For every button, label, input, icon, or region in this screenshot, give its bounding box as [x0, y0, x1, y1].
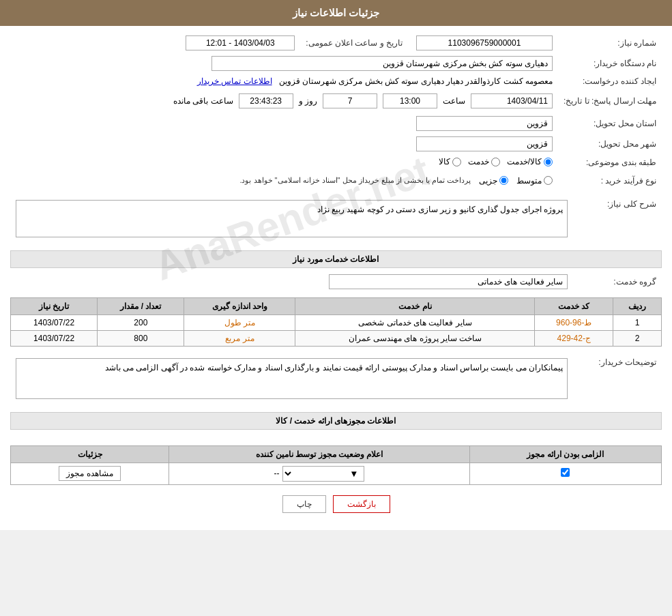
creator-link[interactable]: اطلاعات تماس خریدار: [197, 76, 272, 86]
page-header: جزئیات اطلاعات نیاز: [0, 0, 672, 26]
license-col-details: جزئیات: [11, 445, 169, 463]
cell-name: ساخت سایر پروژه های مهندسی عمران: [295, 330, 535, 346]
print-button[interactable]: چاپ: [282, 495, 326, 513]
need-number-label: شماره نیاز:: [558, 33, 662, 53]
deadline-date-value: 1403/04/11: [471, 93, 553, 108]
need-number-value: 1103096759000001: [416, 35, 553, 50]
cell-unit: متر مربع: [184, 330, 295, 346]
buyer-notes-box: پیمانکاران می بایست براساس اسناد و مدارک…: [16, 358, 568, 399]
cell-name: سایر فعالیت های خدماتی شخصی: [295, 314, 535, 330]
category-kala-khadamat-label: کالا/خدمت: [507, 157, 542, 166]
general-desc-value: پروژه اجرای جدول گذاری کانیو و زیر سازی …: [317, 205, 563, 214]
cell-row: 2: [613, 330, 662, 346]
general-desc-label: شرح کلی نیاز:: [573, 194, 662, 244]
page-title: جزئیات اطلاعات نیاز: [293, 7, 379, 18]
license-section-title: اطلاعات مجوزهای ارائه خدمت / کالا: [10, 412, 662, 430]
cell-unit: متر طول: [184, 314, 295, 330]
table-row: 1 ط-96-960 سایر فعالیت های خدماتی شخصی م…: [11, 314, 662, 330]
cell-quantity: 200: [98, 314, 184, 330]
service-group-label: گروه خدمت:: [573, 272, 662, 292]
category-radio-group: کالا/خدمت خدمت کالا: [439, 157, 553, 166]
buyer-org-value: دهیاری سوته کش بخش مرکزی شهرستان قزوین: [211, 56, 553, 71]
basic-info-table: شماره نیاز: 1103096759000001 تاریخ و ساع…: [10, 33, 662, 190]
buyer-notes-value: پیمانکاران می بایست براساس اسناد و مدارک…: [105, 363, 563, 372]
general-desc-box: AnaRender.net پروژه اجرای جدول گذاری کان…: [16, 200, 568, 237]
category-khadamat-label: خدمت: [468, 157, 489, 166]
category-khadamat-radio[interactable]: [491, 158, 500, 166]
deadline-time-label: ساعت: [443, 96, 465, 106]
back-button[interactable]: بازگشت: [333, 495, 390, 513]
process-label: نوع فرآیند خرید :: [558, 171, 662, 190]
table-row: 2 ج-42-429 ساخت سایر پروژه های مهندسی عم…: [11, 330, 662, 346]
province-label: استان محل تحویل:: [558, 113, 662, 134]
category-khadamat-option[interactable]: خدمت: [468, 157, 500, 166]
license-view-button[interactable]: مشاهده مجوز: [59, 466, 120, 481]
deadline-remaining-value: 23:43:23: [239, 93, 293, 108]
col-date: تاریخ نیاز: [11, 297, 98, 314]
process-jozi-radio[interactable]: [499, 176, 508, 185]
process-jozi-option[interactable]: جزیی: [479, 176, 508, 186]
buyer-org-label: نام دستگاه خریدار:: [558, 53, 662, 74]
service-group-table: گروه خدمت: سایر فعالیت های خدماتی: [10, 272, 662, 292]
license-col-required: الزامی بودن ارائه مجوز: [469, 445, 661, 463]
deadline-time-value: 13:00: [383, 93, 437, 108]
deadline-remaining-label: ساعت باقی مانده: [173, 96, 233, 106]
province-value: قزوین: [416, 116, 553, 131]
main-content: شماره نیاز: 1103096759000001 تاریخ و ساع…: [0, 26, 672, 530]
announce-date-value: 1403/04/03 - 12:01: [186, 35, 295, 50]
category-kala-khadamat-radio[interactable]: [544, 158, 553, 166]
col-quantity: تعداد / مقدار: [98, 297, 184, 314]
category-kala-label: کالا: [439, 157, 450, 166]
col-row-num: ردیف: [613, 297, 662, 314]
process-motavaset-option[interactable]: متوسط: [516, 176, 553, 186]
col-unit: واحد اندازه گیری: [184, 297, 295, 314]
deadline-days-label: روز و: [299, 96, 317, 106]
category-kala-radio[interactable]: [452, 158, 461, 166]
cell-quantity: 800: [98, 330, 184, 346]
announce-date-label: تاریخ و ساعت اعلان عمومی:: [300, 33, 408, 53]
buyer-notes-table: توضیحات خریدار: پیمانکاران می بایست براس…: [10, 352, 662, 405]
license-details-cell: مشاهده مجوز: [11, 463, 169, 484]
service-group-value: سایر فعالیت های خدماتی: [329, 274, 568, 289]
license-required-cell: [469, 463, 661, 484]
cell-date: 1403/07/22: [11, 314, 98, 330]
license-required-checkbox[interactable]: [561, 468, 570, 477]
process-jozi-label: جزیی: [479, 176, 497, 186]
general-desc-table: شرح کلی نیاز: AnaRender.net پروژه اجرای …: [10, 194, 662, 244]
license-table-row: ▼ -- مشاهده مجوز: [11, 463, 662, 484]
services-table: ردیف کد خدمت نام خدمت واحد اندازه گیری ت…: [10, 297, 662, 347]
creator-label: ایجاد کننده درخواست:: [558, 74, 662, 89]
license-status-value: --: [274, 469, 279, 478]
deadline-days-value: 7: [323, 93, 377, 108]
bottom-buttons: بازگشت چاپ: [10, 495, 662, 513]
category-kala-option[interactable]: کالا: [439, 157, 461, 166]
category-label: طبقه بندی موضوعی:: [558, 154, 662, 171]
buyer-notes-label: توضیحات خریدار:: [573, 352, 662, 405]
col-service-code: کد خدمت: [535, 297, 613, 314]
cell-code: ط-96-960: [535, 314, 613, 330]
cell-row: 1: [613, 314, 662, 330]
license-status-cell: ▼ --: [169, 463, 470, 484]
city-label: شهر محل تحویل:: [558, 134, 662, 154]
process-note: پرداخت تمام یا بخشی از مبلغ خریداز محل "…: [239, 176, 471, 185]
col-service-name: نام خدمت: [295, 297, 535, 314]
services-section-title: اطلاعات خدمات مورد نیاز: [10, 250, 662, 268]
category-kala-khadamat-option[interactable]: کالا/خدمت: [507, 157, 553, 166]
license-table: الزامی بودن ارائه مجوز اعلام وضعیت مجوز …: [10, 445, 662, 485]
process-motavaset-label: متوسط: [516, 176, 542, 186]
cell-date: 1403/07/22: [11, 330, 98, 346]
cell-code: ج-42-429: [535, 330, 613, 346]
license-status-select[interactable]: ▼: [282, 466, 364, 482]
creator-value: معصومه کشت کارذوالقدر دهیار دهیاری سوته …: [279, 76, 553, 86]
process-motavaset-radio[interactable]: [544, 176, 553, 185]
response-deadline-label: مهلت ارسال پاسخ: تا تاریخ:: [558, 89, 662, 113]
page-wrapper: جزئیات اطلاعات نیاز شماره نیاز: 11030967…: [0, 0, 672, 530]
city-value: قزوین: [416, 136, 553, 151]
license-col-status: اعلام وضعیت مجوز توسط نامین کننده: [169, 445, 470, 463]
